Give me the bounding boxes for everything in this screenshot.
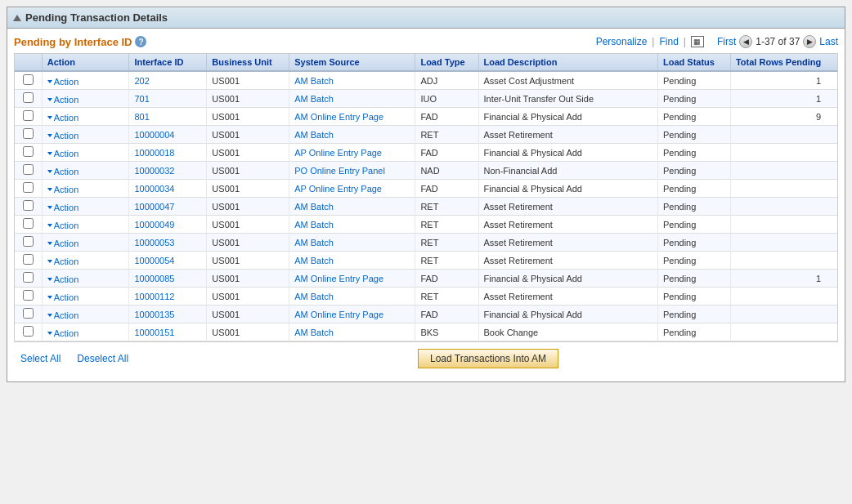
select-all-link[interactable]: Select All [20, 353, 61, 364]
action-arrow[interactable] [47, 80, 52, 83]
interface-id-link[interactable]: 10000032 [134, 166, 174, 176]
interface-id-link[interactable]: 202 [134, 76, 149, 86]
action-arrow[interactable] [47, 116, 52, 119]
last-link[interactable]: Last [819, 36, 838, 47]
action-link[interactable]: Action [54, 185, 79, 194]
action-cell: Action [42, 108, 129, 126]
personalize-link[interactable]: Personalize [596, 36, 648, 47]
row-checkbox[interactable] [23, 272, 34, 283]
row-checkbox[interactable] [23, 254, 34, 265]
system-source-link[interactable]: PO Online Entry Panel [294, 166, 385, 176]
action-link[interactable]: Action [54, 77, 79, 87]
row-checkbox[interactable] [23, 326, 34, 337]
system-source-cell: AM Batch [289, 198, 415, 216]
action-arrow[interactable] [47, 206, 52, 209]
business-unit-cell: US001 [207, 71, 289, 90]
row-checkbox[interactable] [23, 110, 34, 121]
interface-id-link[interactable]: 10000054 [134, 256, 174, 265]
system-source-link[interactable]: AM Batch [294, 256, 334, 265]
system-source-link[interactable]: AM Batch [294, 94, 334, 104]
system-source-link[interactable]: AM Batch [294, 292, 334, 301]
prev-btn[interactable]: ◀ [739, 35, 752, 48]
action-link[interactable]: Action [54, 131, 79, 140]
action-arrow[interactable] [47, 260, 52, 263]
row-checkbox[interactable] [23, 200, 34, 211]
row-checkbox[interactable] [23, 236, 34, 247]
load-status-cell: Pending [657, 90, 730, 108]
next-btn[interactable]: ▶ [803, 35, 816, 48]
interface-id-link[interactable]: 801 [134, 112, 149, 122]
system-source-link[interactable]: AM Batch [294, 76, 334, 86]
business-unit-cell: US001 [207, 234, 289, 252]
action-link[interactable]: Action [54, 203, 79, 212]
spreadsheet-icon[interactable]: ▦ [691, 36, 704, 47]
total-rows-cell: 1 [730, 270, 837, 288]
row-checkbox[interactable] [23, 290, 34, 301]
action-arrow[interactable] [47, 98, 52, 101]
help-icon[interactable]: ? [135, 36, 146, 47]
action-arrow[interactable] [47, 332, 52, 335]
load-transactions-btn[interactable]: Load Transactions Into AM [418, 349, 558, 368]
action-arrow[interactable] [47, 188, 52, 191]
business-unit-cell: US001 [207, 288, 289, 306]
interface-id-link[interactable]: 10000135 [134, 310, 174, 319]
system-source-link[interactable]: AM Online Entry Page [294, 112, 383, 122]
action-arrow[interactable] [47, 314, 52, 317]
action-arrow[interactable] [47, 278, 52, 281]
system-source-link[interactable]: AM Batch [294, 328, 334, 337]
system-source-link[interactable]: AM Online Entry Page [294, 310, 383, 319]
action-arrow[interactable] [47, 152, 52, 155]
interface-id-link[interactable]: 10000053 [134, 238, 174, 248]
action-link[interactable]: Action [54, 95, 79, 105]
interface-id-link[interactable]: 10000034 [134, 184, 174, 194]
action-arrow[interactable] [47, 296, 52, 299]
system-source-link[interactable]: AM Batch [294, 130, 334, 140]
system-source-link[interactable]: AM Online Entry Page [294, 274, 383, 283]
interface-id-link[interactable]: 10000112 [134, 292, 174, 301]
interface-id-link[interactable]: 10000049 [134, 220, 174, 230]
action-arrow[interactable] [47, 242, 52, 245]
first-link[interactable]: First [717, 36, 736, 47]
row-checkbox[interactable] [23, 182, 34, 193]
action-link[interactable]: Action [54, 292, 79, 302]
row-checkbox[interactable] [23, 128, 34, 139]
action-arrow[interactable] [47, 224, 52, 227]
action-arrow[interactable] [47, 134, 52, 137]
action-link[interactable]: Action [54, 256, 79, 266]
system-source-link[interactable]: AP Online Entry Page [294, 184, 382, 194]
find-link[interactable]: Find [659, 36, 678, 47]
action-dropdown: Action [47, 310, 79, 320]
action-link[interactable]: Action [54, 328, 79, 338]
system-source-link[interactable]: AM Batch [294, 220, 334, 230]
system-source-link[interactable]: AM Batch [294, 202, 334, 212]
row-checkbox[interactable] [23, 164, 34, 175]
interface-id-link[interactable]: 10000151 [134, 328, 174, 337]
interface-id-link[interactable]: 701 [134, 94, 149, 104]
action-link[interactable]: Action [54, 310, 79, 320]
row-checkbox[interactable] [23, 92, 34, 103]
row-checkbox[interactable] [23, 74, 34, 85]
action-link[interactable]: Action [54, 239, 79, 248]
action-arrow[interactable] [47, 170, 52, 173]
grid-scroll[interactable]: Action Interface ID Business Unit System… [15, 54, 837, 341]
row-checkbox[interactable] [23, 308, 34, 319]
action-link[interactable]: Action [54, 113, 79, 123]
action-cell: Action [42, 306, 129, 323]
load-desc-cell: Asset Retirement [478, 252, 657, 270]
interface-id-link[interactable]: 10000047 [134, 202, 174, 212]
deselect-all-link[interactable]: Deselect All [77, 353, 128, 364]
action-link[interactable]: Action [54, 274, 79, 284]
action-link[interactable]: Action [54, 221, 79, 230]
interface-id-link[interactable]: 10000085 [134, 274, 174, 283]
action-link[interactable]: Action [54, 167, 79, 176]
interface-id-link[interactable]: 10000004 [134, 130, 174, 140]
action-link[interactable]: Action [54, 149, 79, 158]
collapse-icon[interactable] [13, 15, 21, 21]
row-checkbox-cell [15, 126, 42, 144]
footer-bar: Select All Deselect All Load Transaction… [14, 342, 838, 375]
system-source-link[interactable]: AP Online Entry Page [294, 148, 382, 158]
system-source-link[interactable]: AM Batch [294, 238, 334, 248]
row-checkbox[interactable] [23, 218, 34, 229]
interface-id-link[interactable]: 10000018 [134, 148, 174, 158]
row-checkbox[interactable] [23, 146, 34, 157]
